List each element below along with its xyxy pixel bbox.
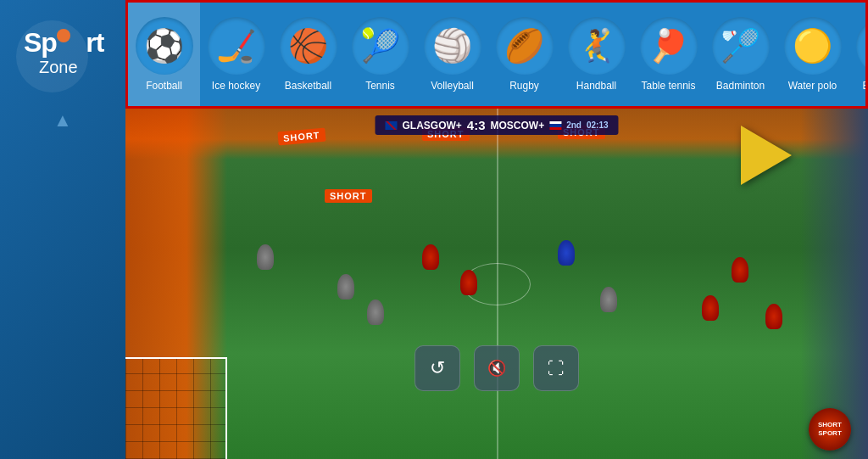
sport-item-football[interactable]: ⚽Football	[128, 3, 200, 106]
sport-item-volleyball[interactable]: 🏐Volleyball	[416, 3, 488, 106]
sport-label-football: Football	[146, 80, 182, 92]
arrow-indicator	[741, 126, 792, 185]
goal-net	[125, 357, 227, 459]
logo-sport: Sp o rt	[24, 29, 103, 56]
score: 4:3	[467, 118, 486, 132]
team-away: MOSCOW+	[491, 120, 545, 132]
sport-item-ice-hockey[interactable]: 🏒Ice hockey	[200, 3, 272, 106]
mute-icon: 🔇	[487, 359, 506, 378]
sport-label-rugby: Rugby	[509, 80, 539, 92]
sport-icon-football: ⚽	[136, 17, 193, 75]
sport-item-handball[interactable]: 🤾Handball	[560, 3, 632, 106]
sport-label-ice-hockey: Ice hockey	[212, 80, 260, 92]
player-8	[702, 295, 719, 321]
sport-icon-water-polo: 🟡	[784, 17, 842, 75]
match-period: 2nd	[566, 120, 581, 130]
watermark-circle: SHORTSPORT	[809, 408, 851, 451]
sport-item-table-tennis[interactable]: 🏓Table tennis	[632, 3, 704, 106]
player-2	[337, 274, 354, 299]
sport-label-handball: Handball	[576, 80, 616, 92]
field-background: SHORT SHORT SHORT SHORT GLASGOW+ 4:3 MOS…	[125, 109, 868, 459]
sport-icon-beach-volley: 🏐	[856, 17, 869, 75]
player-1	[257, 244, 274, 270]
sport-label-volleyball: Volleyball	[431, 80, 474, 92]
watermark-text: SHORTSPORT	[818, 421, 842, 437]
sport-label-table-tennis: Table tennis	[641, 80, 695, 92]
sports-bar: ⚽Football🏒Ice hockey🏀Basketball🎾Tennis🏐V…	[125, 0, 868, 109]
logo-zone: Zone	[39, 58, 78, 77]
sport-icon-tennis: 🎾	[352, 17, 409, 75]
sport-item-water-polo[interactable]: 🟡Water polo	[776, 3, 849, 106]
sport-item-tennis[interactable]: 🎾Tennis	[344, 3, 416, 106]
sport-icon-handball: 🤾	[568, 17, 626, 75]
sport-item-beach-volley[interactable]: 🏐B... voly...	[849, 3, 868, 106]
flag-home	[385, 121, 397, 130]
mute-button[interactable]: 🔇	[474, 345, 520, 391]
sport-label-water-polo: Water polo	[788, 80, 837, 92]
brand-watermark: SHORTSPORT	[809, 408, 860, 451]
sport-label-badminton: Badminton	[716, 80, 765, 92]
sport-item-basketball[interactable]: 🏀Basketball	[272, 3, 344, 106]
player-4	[422, 244, 439, 270]
sport-icon-ice-hockey: 🏒	[208, 17, 265, 75]
sport-label-basketball: Basketball	[285, 80, 331, 92]
sport-label-tennis: Tennis	[365, 80, 395, 92]
sport-icon-volleyball: 🏐	[424, 17, 481, 75]
sidebar-arrow-up[interactable]: ▲	[53, 109, 72, 132]
wall-right	[800, 109, 868, 459]
fullscreen-icon: ⛶	[548, 359, 565, 378]
logo-area: Sp o rt Zone ▲	[3, 0, 122, 132]
sport-icon-rugby: 🏉	[496, 17, 554, 75]
player-3	[367, 299, 384, 325]
arrow-right-shape	[741, 126, 792, 185]
match-time: 02:13	[587, 120, 609, 130]
replay-button[interactable]: ↺	[415, 345, 460, 391]
sport-icon-table-tennis: 🏓	[640, 17, 698, 75]
player-5	[460, 270, 477, 295]
score-bar: GLASGOW+ 4:3 MOSCOW+ 2nd 02:13	[375, 115, 618, 135]
fullscreen-button[interactable]: ⛶	[533, 345, 579, 391]
short-banner-4: SHORT	[325, 189, 372, 203]
sport-icon-basketball: 🏀	[280, 17, 337, 75]
team-home: GLASGOW+	[402, 120, 461, 132]
sport-item-rugby[interactable]: 🏉Rugby	[488, 3, 560, 106]
player-6	[558, 240, 575, 266]
player-10	[765, 304, 782, 329]
video-area: SHORT SHORT SHORT SHORT GLASGOW+ 4:3 MOS…	[125, 109, 868, 459]
sport-label-beach-volley: B... voly...	[863, 80, 868, 92]
player-9	[732, 257, 748, 283]
sidebar: Sp o rt Zone ▲	[0, 0, 125, 459]
flag-away	[549, 121, 561, 130]
player-7	[600, 287, 617, 312]
replay-icon: ↺	[430, 357, 445, 379]
sport-icon-badminton: 🏸	[712, 17, 770, 75]
video-controls: ↺ 🔇 ⛶	[415, 345, 579, 391]
sport-item-badminton[interactable]: 🏸Badminton	[704, 3, 776, 106]
